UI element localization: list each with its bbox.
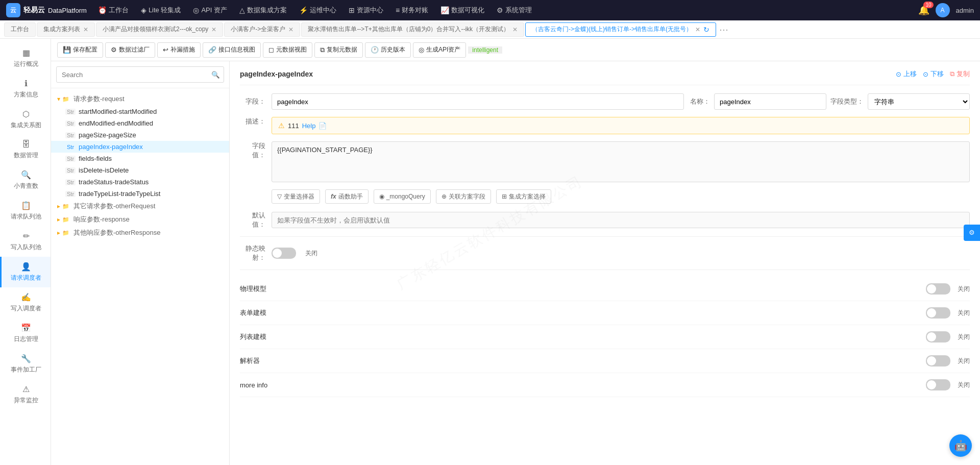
tree-node-tradeTypeList[interactable]: Str tradeTypeList-tradeTypeList bbox=[51, 188, 229, 200]
tab-close-1[interactable]: ✕ bbox=[83, 26, 88, 33]
save-icon: 💾 bbox=[63, 46, 71, 54]
sidebar-item-request-scheduler[interactable]: 👤 请求调度者 bbox=[0, 257, 51, 287]
log-icon: 📅 bbox=[21, 323, 31, 333]
tree-node-endModified[interactable]: Str endModified-endModified bbox=[51, 117, 229, 129]
variable-selector-button[interactable]: ▽ 变量选择器 bbox=[272, 189, 320, 204]
sidebar-item-log[interactable]: 📅 日志管理 bbox=[0, 318, 51, 349]
folder2-icon: 📁 bbox=[62, 203, 69, 210]
tab-workbench[interactable]: 工作台 bbox=[4, 22, 36, 37]
tree-node-isDelete[interactable]: Str isDelete-isDelete bbox=[51, 164, 229, 176]
user-avatar[interactable]: A bbox=[936, 3, 950, 17]
field-value-box[interactable]: {{PAGINATION_START_PAGE}} bbox=[272, 141, 970, 182]
solution-select-button[interactable]: ⊞ 集成方案选择 bbox=[496, 189, 551, 204]
tree-node-other-response-folder[interactable]: ▸ 📁 其他响应参数-otherResponse bbox=[51, 226, 229, 239]
copy-meta-button[interactable]: ⧉ 复制元数据 bbox=[314, 42, 363, 58]
field-input[interactable] bbox=[272, 93, 684, 110]
tree-node-response-folder[interactable]: ▸ 📁 响应参数-response bbox=[51, 213, 229, 226]
type-select[interactable]: 字符串 bbox=[868, 93, 970, 110]
user-name[interactable]: admin bbox=[956, 7, 974, 14]
nav-item-api[interactable]: ◎ API 资产 bbox=[188, 0, 232, 20]
nav-item-lite[interactable]: ◈ Lite 轻集成 bbox=[136, 0, 186, 20]
sidebar-item-info[interactable]: ℹ 方案信息 bbox=[0, 74, 51, 104]
meta-view-button[interactable]: ◻ 元数据视图 bbox=[263, 42, 312, 58]
sidebar-item-write-scheduler[interactable]: ✍ 写入调度者 bbox=[0, 287, 51, 318]
sidebar-item-data[interactable]: 🗄 数据管理 bbox=[0, 135, 51, 165]
more-info-label: more info bbox=[240, 381, 267, 389]
help-doc-icon[interactable]: 📄 bbox=[318, 122, 327, 130]
search-input[interactable] bbox=[56, 66, 224, 83]
nav-item-datasolution[interactable]: △ 数据集成方案 bbox=[234, 0, 292, 20]
physical-model-toggle[interactable] bbox=[926, 283, 950, 295]
gear-sidebar-button[interactable]: ⚙ bbox=[964, 225, 980, 241]
tree-node-fields[interactable]: Str fields-fields bbox=[51, 153, 229, 164]
sidebar-item-write-queue[interactable]: ✏ 写入队列池 bbox=[0, 226, 51, 257]
section-more-info[interactable]: more info 关闭 bbox=[240, 373, 970, 397]
section-form-model[interactable]: 表单建模 关闭 bbox=[240, 301, 970, 325]
list-model-toggle[interactable] bbox=[926, 331, 950, 342]
tab-close-2[interactable]: ✕ bbox=[211, 26, 216, 33]
section-parser[interactable]: 解析器 关闭 bbox=[240, 349, 970, 373]
intelligent-button[interactable]: intelligent bbox=[468, 46, 502, 54]
system-icon: ⚙ bbox=[497, 6, 503, 14]
function-helper-button[interactable]: fx 函数助手 bbox=[325, 189, 369, 204]
supplement-button[interactable]: ↩ 补漏措施 bbox=[157, 42, 201, 58]
name-input[interactable] bbox=[714, 93, 826, 110]
nav-item-resource[interactable]: ⊞ 资源中心 bbox=[344, 0, 388, 20]
tab-refresh-icon[interactable]: ↻ bbox=[703, 26, 709, 34]
nav-item-dataviz[interactable]: 📈 数据可视化 bbox=[435, 0, 489, 20]
chatbot-button[interactable]: 🤖 bbox=[949, 434, 972, 457]
sidebar-item-query[interactable]: 🔍 小青查数 bbox=[0, 165, 51, 195]
related-field-button[interactable]: ⊕ 关联方案字段 bbox=[436, 189, 491, 204]
history-version-button[interactable]: 🕐 历史版本 bbox=[365, 42, 411, 58]
more-info-toggle[interactable] bbox=[926, 379, 950, 390]
tabs-more-icon[interactable]: ⋯ bbox=[719, 24, 728, 35]
sidebar-item-overview[interactable]: ▦ 运行概况 bbox=[0, 43, 51, 74]
tab-close-3[interactable]: ✕ bbox=[288, 26, 293, 33]
ops-icon: ⚡ bbox=[299, 6, 308, 14]
notification-button[interactable]: 🔔 10 bbox=[918, 5, 929, 16]
data-filter-button[interactable]: ⚙ 数据过滤厂 bbox=[105, 42, 155, 58]
app-logo[interactable]: 云 轻易云 DataPlatform bbox=[6, 3, 87, 17]
move-down-button[interactable]: ⊙ 下移 bbox=[923, 69, 944, 79]
section-physical-model[interactable]: 物理模型 关闭 bbox=[240, 277, 970, 301]
move-up-button[interactable]: ⊙ 上移 bbox=[896, 69, 917, 79]
nav-item-finance[interactable]: ≡ 财务对账 bbox=[390, 0, 433, 20]
section-list-model[interactable]: 列表建模 关闭 bbox=[240, 325, 970, 349]
tab-xiaoman-product[interactable]: 小满产品对接领猫样衣测试2---ok_copy ✕ bbox=[96, 22, 223, 37]
nav-item-ops[interactable]: ⚡ 运维中心 bbox=[294, 0, 341, 20]
parser-toggle[interactable] bbox=[926, 355, 950, 366]
tree-node-startModified[interactable]: Str startModified-startModified bbox=[51, 106, 229, 117]
save-config-button[interactable]: 💾 保存配置 bbox=[57, 42, 103, 58]
form-model-label: 表单建模 bbox=[240, 308, 266, 317]
tree-node-request-folder[interactable]: ▾ 📁 请求参数-request bbox=[51, 92, 229, 106]
tab-close-4[interactable]: ✕ bbox=[512, 26, 518, 33]
req-scheduler-icon: 👤 bbox=[21, 262, 31, 272]
tree-node-tradeStatus[interactable]: Str tradeStatus-tradeStatus bbox=[51, 176, 229, 188]
tab-close-5[interactable]: ✕ bbox=[695, 26, 700, 33]
tab-solution-list[interactable]: 集成方案列表 ✕ bbox=[37, 22, 95, 37]
static-map-toggle[interactable] bbox=[272, 248, 296, 259]
tree-body: ▾ 📁 请求参数-request Str startModified-start… bbox=[51, 88, 229, 465]
gen-api-asset-button[interactable]: ◎ 生成API资产 bbox=[413, 42, 466, 58]
sidebar-item-request-queue[interactable]: 📋 请求队列池 bbox=[0, 195, 51, 226]
tree-search: 🔍 bbox=[51, 61, 229, 88]
sidebar-item-relation[interactable]: ⬡ 集成关系图 bbox=[0, 104, 51, 135]
default-input[interactable] bbox=[272, 212, 970, 228]
tab-xiaoman-customer[interactable]: 小满客户->全渠客户 ✕ bbox=[224, 22, 300, 37]
tree-node-other-request-folder[interactable]: ▸ 📁 其它请求参数-otherRequest bbox=[51, 200, 229, 213]
nav-item-system[interactable]: ⚙ 系统管理 bbox=[492, 0, 537, 20]
search-button[interactable]: 🔍 bbox=[211, 71, 220, 79]
api-info-view-button[interactable]: 🔗 接口信息视图 bbox=[203, 42, 261, 58]
nav-item-workbench[interactable]: ⏰ 工作台 bbox=[93, 0, 134, 20]
tree-node-pageIndex[interactable]: Str pageIndex-pageIndex bbox=[51, 141, 229, 153]
tab-jushuitanw[interactable]: 聚水潭销售出库单-->T+其他出库单（店铺为0）合并写入--ikk（开发测试） … bbox=[301, 22, 524, 37]
help-link[interactable]: Help bbox=[302, 122, 316, 130]
tab-jike-active[interactable]: （吉客云奇门->金蝶)(线上)销售订单->销售出库单(无批号） ✕ ↻ bbox=[525, 22, 716, 37]
filter-icon: ⚙ bbox=[111, 46, 117, 54]
mongo-query-button[interactable]: ◉ _mongoQuery bbox=[374, 189, 431, 204]
sidebar-item-exception[interactable]: ⚠ 异常监控 bbox=[0, 379, 51, 410]
tree-node-pageSize[interactable]: Str pageSize-pageSize bbox=[51, 129, 229, 141]
copy-button[interactable]: ⧉ 复制 bbox=[950, 69, 970, 79]
form-model-toggle[interactable] bbox=[926, 307, 950, 319]
sidebar-item-event-factory[interactable]: 🔧 事件加工厂 bbox=[0, 349, 51, 379]
